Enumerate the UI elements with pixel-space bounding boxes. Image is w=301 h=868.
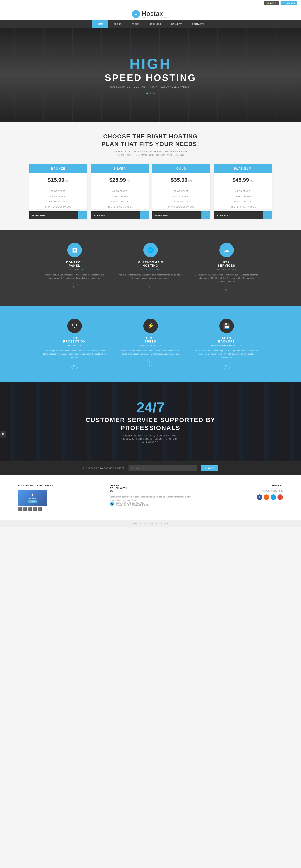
hero-speed: SPEED HOSTING xyxy=(105,72,196,83)
control-panel-title: CONTROLPANEL xyxy=(42,261,107,267)
plan-silver-cart-button[interactable]: 🛒 xyxy=(140,211,149,219)
feature-protection: 🛡 SITEPROTECTION RELIABILITY Our hosting… xyxy=(42,319,107,369)
phone-icon: 📞 xyxy=(110,502,114,506)
facebook-preview: f Facebook 👍 Like xyxy=(18,490,47,506)
social-facebook-button[interactable]: f xyxy=(257,494,262,500)
highspeed-title: HIGHSPEED xyxy=(118,337,183,343)
hero-dot-1[interactable] xyxy=(146,92,148,94)
plan-bronze-cart-button[interactable]: 🛒 xyxy=(78,211,87,219)
hero-content: HIGH SPEED HOSTING HOSTED BY OUR COMPANY… xyxy=(105,56,196,94)
control-panel-more-button[interactable]: ▷ xyxy=(71,283,78,290)
plan-platinum-price-row: $45.99 P/M xyxy=(214,173,272,187)
cta-section: 24/7 CUSTOMER SERVICE SUPPORTED BYPROFES… xyxy=(0,382,301,461)
nav-gallery[interactable]: GALLERY xyxy=(166,20,187,28)
control-panel-icon-circle: ▦ xyxy=(67,243,82,257)
cta-title: CUSTOMER SERVICE SUPPORTED BYPROFESSIONA… xyxy=(86,416,215,432)
shield-icon: 🛡 xyxy=(72,323,77,329)
speed-icon: ⚡ xyxy=(147,322,154,329)
nav-contacts[interactable]: CONTACTS xyxy=(187,20,210,28)
plan-silver-price: $25.99 xyxy=(109,177,126,183)
ftp-desc: Our quota of 1000 Mb, unlimited FTP acco… xyxy=(194,273,259,283)
follower-5 xyxy=(38,507,42,512)
protection-more-button[interactable]: ▷ xyxy=(71,362,78,369)
plan-bronze: BRONZE $15.99 P/M 30 GB SPACE 100 GB TRA… xyxy=(29,164,87,219)
plan-platinum-header: PLATINUM xyxy=(214,164,272,173)
follower-1 xyxy=(18,507,23,512)
control-panel-subtitle: 100% CAPACITY xyxy=(42,269,107,271)
ftp-title: FTPSERVICES xyxy=(194,261,259,267)
footer-hostax-title: HOSTAX xyxy=(202,484,283,487)
login-button[interactable]: 🔒 LOGIN xyxy=(264,1,279,5)
plan-bronze-per: P/M xyxy=(65,180,69,182)
plan-platinum-per: P/M xyxy=(250,180,253,182)
plan-silver-per: P/M xyxy=(127,180,130,182)
sidebar-widget[interactable]: ⚙ xyxy=(0,431,6,437)
hero-dot-2[interactable] xyxy=(149,92,151,94)
footer-contact-col: GET INTOUCH WITHUS Lorem ipsum dolor sit… xyxy=(110,484,191,512)
plan-silver-header: SILVER xyxy=(91,164,149,173)
plan-bronze-price: $15.99 xyxy=(48,177,64,183)
plan-platinum-features: 30 GB SPACE 100 GB TRAFFIC 100 MAILBOXES… xyxy=(214,187,272,211)
backups-subtitle: FULL BACKUP PROTECTION xyxy=(194,344,259,346)
protection-icon-circle: 🛡 xyxy=(67,319,82,333)
main-nav: HOME ABOUT PAGES SERVICES GALLERY CONTAC… xyxy=(0,20,301,28)
plan-platinum-more-info-button[interactable]: MORE INFO xyxy=(214,211,263,219)
footer-social-title: FOLLOW US ON FACEBOOK xyxy=(18,484,99,487)
follower-2 xyxy=(23,507,27,512)
facebook-like-button[interactable]: 👍 Like xyxy=(28,500,37,503)
logo-icon: ☁ xyxy=(132,10,140,18)
plan-gold-cart-button[interactable]: 🛒 xyxy=(201,211,210,219)
newsletter-input[interactable] xyxy=(129,465,197,471)
plan-bronze-footer: MORE INFO 🛒 xyxy=(29,211,87,219)
ftp-more-button[interactable]: ▷ xyxy=(223,286,230,293)
plan-silver: SILVER $25.99 P/M 30 GB SPACE 100 GB TRA… xyxy=(91,164,149,219)
plan-platinum-feature-3: 100 MAILBOXES xyxy=(214,199,272,204)
cta-number: 24/7 xyxy=(136,399,165,416)
highspeed-subtitle: SPEED IS OUR GOAL xyxy=(118,344,183,346)
footer-contact-title: GET INTOUCH WITHUS xyxy=(110,484,191,492)
footer-social-icons: f R t g+ xyxy=(202,494,283,500)
plan-gold-feature-4: PHP, PERL/CGI, MYSQL xyxy=(153,204,210,210)
multidomain-more-button[interactable]: ▷ xyxy=(147,283,154,290)
plan-gold-price-row: $35.99 P/M xyxy=(153,173,210,187)
plans-section: CHOOSE THE RIGHT HOSTINGPLAN THAT FITS Y… xyxy=(0,122,301,230)
newsletter-submit-button[interactable]: SUBMIT xyxy=(201,465,218,471)
highspeed-more-button[interactable]: ▷ xyxy=(147,359,154,366)
plan-bronze-price-row: $15.99 P/M xyxy=(29,173,87,187)
login-label: LOGIN xyxy=(270,2,277,4)
hero-dot-3[interactable] xyxy=(153,92,155,94)
highspeed-desc: High speed also makes formation maintain… xyxy=(118,349,183,356)
feature-multidomain: 🌐 MULTI-DOMAINHOSTING MULTI-SITE HOSTING… xyxy=(118,243,183,293)
plan-bronze-header: BRONZE xyxy=(29,164,87,173)
logo-subtitle: HOST YOUR COMPANY xyxy=(142,17,169,18)
plans-title: CHOOSE THE RIGHT HOSTINGPLAN THAT FITS Y… xyxy=(18,133,283,148)
hero-sub: HOSTED BY OUR COMPANY. IT IS A REASONABL… xyxy=(105,86,196,88)
social-twitter-button[interactable]: t xyxy=(271,494,276,500)
plan-gold-features: 30 GB SPACE 100 GB TRAFFIC 100 MAILBOXES… xyxy=(153,187,210,211)
social-googleplus-button[interactable]: g+ xyxy=(277,494,283,500)
footer-phone: 📞 TELEPHONE: +1 800 983 6095 E-MAIL: SMI… xyxy=(110,502,191,506)
nav-about[interactable]: ABOUT xyxy=(108,20,127,28)
backups-more-button[interactable]: ▷ xyxy=(223,362,230,369)
search-button[interactable]: 🔍 SEARCH xyxy=(280,1,297,5)
plan-silver-feature-3: 100 MAILBOXES xyxy=(91,199,149,204)
footer-bottom: HOSTAX © 2014 | PRIVACY POLICY xyxy=(0,521,301,527)
plan-bronze-more-info-button[interactable]: MORE INFO xyxy=(29,211,78,219)
plan-platinum-feature-2: 100 GB TRAFFIC xyxy=(214,194,272,199)
plan-gold-more-info-button[interactable]: MORE INFO xyxy=(153,211,201,219)
plan-bronze-feature-1: 30 GB SPACE xyxy=(29,189,87,194)
multidomain-icon-circle: 🌐 xyxy=(143,243,158,257)
protection-subtitle: RELIABILITY xyxy=(42,344,107,346)
plan-silver-more-info-button[interactable]: MORE INFO xyxy=(91,211,140,219)
nav-services[interactable]: SERVICES xyxy=(144,20,166,28)
nav-home[interactable]: HOME xyxy=(91,20,108,28)
social-rss-button[interactable]: R xyxy=(264,494,269,500)
plan-platinum-cart-button[interactable]: 🛒 xyxy=(263,211,272,219)
plan-bronze-feature-2: 100 GB TRAFFIC xyxy=(29,194,87,199)
plan-gold-feature-2: 100 GB TRAFFIC xyxy=(153,194,210,199)
features-blue-section: 🛡 SITEPROTECTION RELIABILITY Our hosting… xyxy=(0,306,301,382)
plan-gold: GOLD $35.99 P/M 30 GB SPACE 100 GB TRAFF… xyxy=(153,164,210,219)
nav-pages[interactable]: PAGES xyxy=(127,20,144,28)
ftp-icon-circle: ☁ xyxy=(219,243,234,257)
plans-subtitle: SHARED HOSTING IS AN ART. EVERY DAY WE A… xyxy=(18,150,283,157)
